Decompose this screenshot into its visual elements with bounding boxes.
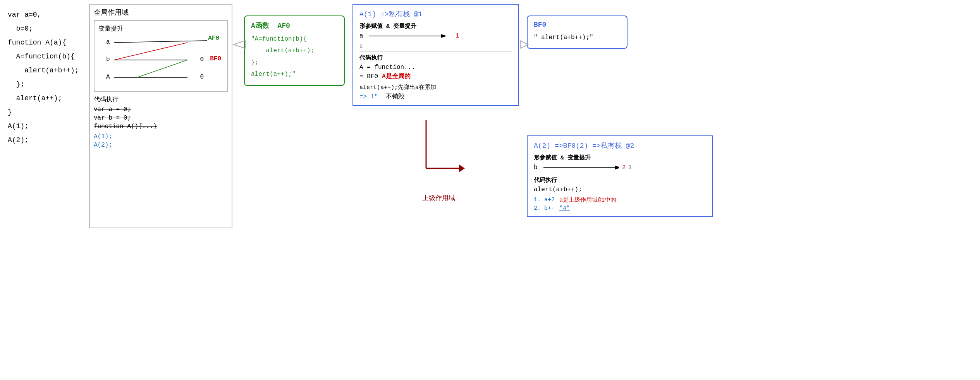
a1-eq-bf0: = BF0 — [359, 73, 378, 80]
a1-param-row: a 1 — [359, 32, 512, 40]
global-scope-title: 全局作用域 — [94, 8, 228, 17]
code-line-5: alert(a+b++); — [8, 63, 81, 77]
hoisting-box: 变量提升 a b A 0 — [94, 20, 228, 92]
a1-hoisting-title: 形参赋值 & 变量提升 — [359, 22, 512, 30]
code-line-7: alert(a++); — [8, 91, 81, 105]
code-line-1: var a=0, — [8, 8, 81, 22]
a2-sub2-row: 2. b++ "4" — [534, 205, 706, 212]
var-lines-svg — [98, 37, 223, 87]
a1-param-value: 1 — [456, 33, 459, 39]
a2-hoisting-title: 形参赋值 & 变量提升 — [534, 154, 706, 161]
code-line-4: A=function(b){ — [8, 50, 81, 63]
a2-param-row: b 2 3 — [534, 164, 706, 171]
exec-var-b: var b = 0; — [94, 115, 228, 122]
a1-title: A(1) =>私有栈 @1 — [359, 9, 512, 19]
upper-scope-label: 上级作用域 — [422, 193, 455, 202]
a2-sub1: 1. a+2 — [534, 197, 555, 203]
a2-param-value: 2 — [622, 164, 626, 171]
a2-sub2: 2. b++ — [534, 205, 555, 212]
af0-box: A函数 AF0 "A=function(b){ alert(a+b++); };… — [244, 15, 345, 86]
bf0-right-box: BF0 " alert(a+b++);" — [527, 15, 628, 49]
code-line-2: b=0; — [8, 22, 81, 36]
af0-title: A函数 AF0 — [251, 21, 338, 30]
a2-param-extra: 3 — [628, 164, 631, 171]
exec-a2: A(2); — [94, 142, 228, 149]
code-line-3: function A(a){ — [8, 36, 81, 50]
a2-alert-line: alert(a+b++); — [534, 186, 706, 193]
code-exec-title: 代码执行 — [94, 96, 228, 104]
a1-bf0-arrow — [518, 39, 530, 50]
code-line-6: }; — [8, 77, 81, 91]
svg-marker-8 — [520, 41, 528, 48]
bf0-right-content: " alert(a+b++);" — [534, 32, 621, 43]
a1-global-note: A是全局的 — [382, 72, 411, 80]
svg-line-4 — [137, 60, 187, 77]
a1-result: => 1" — [359, 93, 378, 100]
a2-result: "4" — [559, 205, 570, 212]
code-line-10: A(1); — [8, 119, 81, 133]
a1-code-line1: A = function... — [359, 64, 512, 71]
exec-a1: A(1); — [94, 133, 228, 140]
global-scope-box: 全局作用域 变量提升 a b A — [89, 4, 232, 228]
exec-var-a: var a = 0; — [94, 106, 228, 113]
a1-alert-line: alert(a++);先弹出a在累加 — [359, 84, 512, 91]
svg-line-3 — [114, 43, 187, 60]
a1-result-row: => 1" 不销毁 — [359, 92, 512, 101]
a2-stack-box: A(2) =>BF0(2) =>私有栈 @2 形参赋值 & 变量提升 b 2 3… — [527, 135, 713, 217]
a2-sub1-note: a是上级作用域@1中的 — [559, 196, 616, 204]
a2-param-b: b — [534, 164, 542, 171]
svg-marker-5 — [234, 41, 245, 48]
svg-line-0 — [114, 41, 207, 43]
svg-marker-13 — [459, 164, 465, 172]
exec-func-a: function A(){...} — [94, 123, 228, 130]
a1-stack-box: A(1) =>私有栈 @1 形参赋值 & 变量提升 a 1 2 代码执行 — [352, 4, 519, 106]
a1-num2: 2 — [359, 43, 512, 49]
af0-content: "A=function(b){ alert(a+b++); }; alert(a… — [251, 33, 338, 80]
a1-no-destroy: 不销毁 — [386, 92, 404, 101]
a2-code-exec-title: 代码执行 — [534, 176, 706, 184]
hoisting-title: 变量提升 — [98, 25, 223, 33]
code-exec-section: 代码执行 var a = 0; var b = 0; function A(){… — [94, 96, 228, 149]
dark-red-arrow-svg — [407, 118, 484, 188]
global-af0-arrow — [232, 39, 247, 50]
code-panel: var a=0, b=0; function A(a){ A=function(… — [4, 4, 85, 376]
a2-sub1-row: 1. a+2 a是上级作用域@1中的 — [534, 196, 706, 204]
a1-param-arrow-svg — [367, 32, 452, 40]
a2-title: A(2) =>BF0(2) =>私有栈 @2 — [534, 141, 706, 150]
a2-param-arrow-svg — [542, 164, 619, 171]
svg-marker-10 — [615, 166, 619, 169]
a1-param-a: a — [359, 33, 367, 39]
diagram-area: 全局作用域 变量提升 a b A — [89, 4, 976, 376]
code-line-8: } — [8, 105, 81, 119]
a1-code-exec-title: 代码执行 — [359, 54, 512, 62]
svg-marker-7 — [441, 34, 447, 38]
a1-code-line2-row: = BF0 A是全局的 — [359, 72, 512, 80]
code-line-11: A(2); — [8, 133, 81, 147]
bf0-right-title: BF0 — [534, 21, 621, 29]
